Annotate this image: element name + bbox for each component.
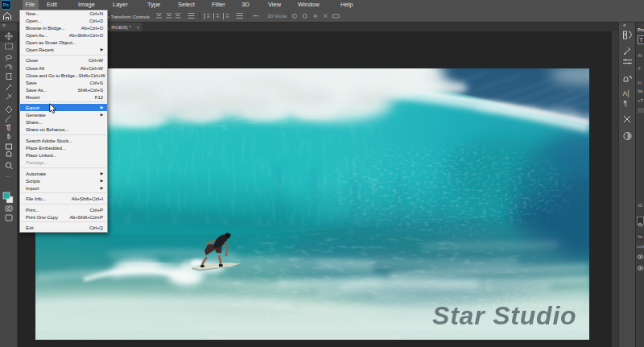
svg-text:Star Studio: Star Studio (432, 301, 576, 330)
svg-text:3D Mode:: 3D Mode: (267, 14, 288, 19)
svg-text:«: « (623, 23, 626, 28)
svg-text:⋯: ⋯ (5, 174, 10, 179)
svg-text:⋯: ⋯ (253, 13, 258, 19)
svg-text:A|: A| (623, 89, 630, 97)
svg-text:¶: ¶ (624, 99, 628, 107)
svg-text:T: T (6, 123, 10, 131)
svg-text:»: » (2, 23, 6, 28)
